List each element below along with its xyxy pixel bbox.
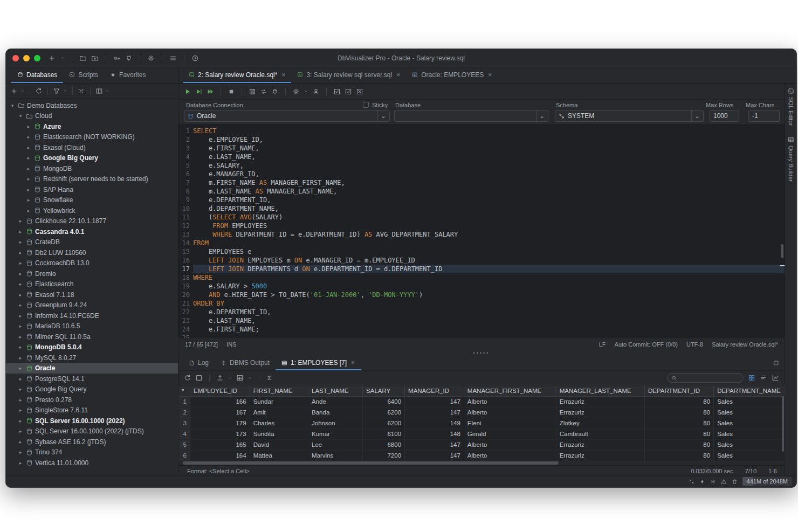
editor-tab-3-salary-review-sql-server-sql[interactable]: 3: Salary review sql server.sql×	[291, 67, 406, 83]
column-header-salary[interactable]: SALARY	[363, 385, 405, 396]
grid-cell[interactable]: Kumar	[308, 429, 363, 439]
minimize-window-button[interactable]	[23, 55, 30, 61]
gear-icon[interactable]	[147, 54, 155, 62]
column-header-department-id[interactable]: DEPARTMENT_ID	[644, 385, 713, 396]
export-icon[interactable]	[216, 374, 224, 382]
grid-cell[interactable]: 166	[190, 396, 250, 407]
grid-cell[interactable]: 147	[405, 450, 464, 461]
folder-new-icon[interactable]	[91, 54, 99, 62]
database-dropdown[interactable]: ⌄	[394, 110, 548, 122]
chevron-right-icon[interactable]: ▸	[17, 292, 24, 298]
key-icon[interactable]	[113, 54, 121, 62]
grid-cell[interactable]: 80	[644, 450, 713, 461]
caret-icon[interactable]	[105, 88, 110, 93]
tree-item-sap-hana[interactable]: ▸SAP Hana	[6, 184, 178, 195]
grid-cell[interactable]: Sales	[714, 418, 785, 429]
play-script-icon[interactable]	[207, 88, 214, 95]
chevron-right-icon[interactable]: ▸	[17, 460, 24, 466]
tree-item-clickhouse-22-10-1-1877[interactable]: ▸Clickhouse 22.10.1.1877	[6, 216, 178, 227]
tree-item-sybase-ase-16-2-jtds[interactable]: ▸Sybase ASE 16.2 (jTDS)	[6, 437, 178, 447]
tree-item-trino-374[interactable]: ▸Trino 374	[6, 447, 178, 458]
caret-icon[interactable]	[20, 88, 25, 93]
grid-cell[interactable]: Errazuriz	[556, 407, 644, 418]
column-header-first-name[interactable]: FIRST_NAME	[250, 385, 308, 396]
tree-item-informix-14-10-fc6de[interactable]: ▸Informix 14.10.FC6DE	[6, 310, 178, 321]
tree-item-snowflake[interactable]: ▸Snowflake	[6, 195, 178, 206]
chevron-right-icon[interactable]: ▸	[17, 439, 24, 445]
grid-cell[interactable]: Marvins	[308, 450, 363, 461]
grid-cell[interactable]: 6100	[363, 429, 405, 439]
refresh-icon[interactable]	[35, 87, 43, 95]
nav-tab-scripts[interactable]: Scripts	[63, 67, 104, 83]
stop-icon[interactable]	[228, 88, 235, 95]
close-tab-icon[interactable]: ×	[488, 71, 492, 79]
tree-item-sql-server-16-00-1000-2022-jtds[interactable]: ▸SQL Server 16.00.1000 (2022) (jTDS)	[6, 426, 178, 437]
tree-item-yellowbrick[interactable]: ▸Yellowbrick	[6, 205, 178, 216]
grid-row-5[interactable]: 5165DavidLee6800147AlbertoErrazuriz80Sal…	[178, 439, 785, 450]
grid-row-3[interactable]: 3179CharlesJohnson6200149EleniZlotkey80S…	[178, 418, 785, 429]
tree-item-vertica-11-01-0000[interactable]: ▸Vertica 11.01.0000	[6, 458, 178, 468]
grid-cell[interactable]: Ande	[308, 396, 363, 407]
box-check-icon[interactable]	[333, 88, 341, 95]
chevron-right-icon[interactable]: ▸	[17, 271, 24, 277]
text-view-icon[interactable]	[760, 374, 767, 382]
filter-icon[interactable]	[53, 87, 60, 95]
box-icon[interactable]	[773, 360, 779, 366]
editor-tab-2-salary-review-oracle-sql[interactable]: 2: Salary review Oracle.sql*×	[183, 67, 291, 83]
grid-cell[interactable]: 6200	[363, 407, 405, 418]
search-input[interactable]	[680, 375, 739, 381]
auto-commit-status[interactable]: Auto Commit: OFF (0/0)	[615, 341, 678, 348]
tree-item-redshift-server-needs-to-be-started[interactable]: ▸Redshift (server needs to be started)	[6, 174, 178, 185]
box-x-icon[interactable]	[356, 88, 363, 95]
tree-item-presto-0-278[interactable]: ▸Presto 0.278	[6, 395, 178, 405]
chevron-down-icon[interactable]: ▾	[17, 113, 24, 119]
chevron-right-icon[interactable]: ▸	[17, 376, 24, 382]
tree-item-demo-databases[interactable]: ▾Demo Databases	[6, 100, 178, 111]
sql-editor[interactable]: 1234567891011121314151617181920212223242…	[178, 125, 785, 338]
tree-item-google-big-query[interactable]: ▸Google Big Query	[6, 384, 178, 395]
close-window-button[interactable]	[12, 55, 19, 61]
chevron-right-icon[interactable]: ▸	[17, 334, 24, 340]
caret-icon[interactable]	[304, 89, 308, 94]
grid-cell[interactable]: 147	[405, 396, 464, 407]
list-icon[interactable]	[169, 54, 177, 62]
column-header-manager-last-name[interactable]: MANAGER_LAST_NAME	[556, 385, 644, 396]
grid-cell[interactable]: 148	[405, 429, 464, 439]
grid-cell[interactable]: 179	[190, 418, 250, 429]
grid-cell[interactable]: 80	[644, 418, 713, 429]
close-tab-icon[interactable]: ×	[351, 359, 355, 367]
grid-cell[interactable]: Mattea	[250, 450, 308, 461]
grid-cell[interactable]: 167	[190, 407, 250, 418]
grid-view-icon[interactable]	[748, 374, 755, 382]
chevron-right-icon[interactable]: ▸	[17, 313, 24, 319]
chevron-right-icon[interactable]: ▸	[17, 229, 24, 234]
chevron-right-icon[interactable]: ▸	[25, 155, 32, 161]
side-tab-sql-editor[interactable]: SQL Editor	[788, 88, 794, 126]
grid-cell[interactable]: 6200	[363, 418, 405, 429]
tree-item-exasol-cloud[interactable]: ▸Exasol (Cloud)	[6, 142, 178, 153]
chevron-right-icon[interactable]: ▸	[17, 260, 24, 266]
grid-cell[interactable]: 149	[405, 418, 464, 429]
results-search[interactable]	[667, 373, 744, 383]
tree-item-azure[interactable]: ▸Azure	[6, 121, 178, 132]
chevron-right-icon[interactable]: ▸	[25, 197, 32, 203]
grid-cell[interactable]: Sales	[714, 429, 785, 439]
chevron-right-icon[interactable]: ▸	[17, 386, 24, 392]
chevron-right-icon[interactable]: ▸	[17, 418, 24, 424]
column-header-employee-id[interactable]: EMPLOYEE_ID	[190, 385, 250, 396]
schema-dropdown[interactable]: SYSTEM ⌄	[555, 110, 704, 122]
grid-cell[interactable]: Errazuriz	[556, 450, 644, 461]
chevron-right-icon[interactable]: ▸	[17, 365, 24, 371]
grid-cell[interactable]: Alberto	[464, 407, 556, 418]
box-icon[interactable]	[195, 374, 203, 382]
tree-item-elasticsearch[interactable]: ▸Elasticsearch	[6, 279, 178, 290]
box-check-icon[interactable]	[345, 88, 352, 95]
grid-cell[interactable]: 164	[190, 450, 250, 461]
grid-cell[interactable]: 80	[644, 396, 713, 407]
columns-icon[interactable]	[95, 87, 103, 95]
grid-cell[interactable]: Johnson	[308, 418, 363, 429]
grid-cell[interactable]: Zlotkey	[556, 418, 644, 429]
grid-cell[interactable]: Banda	[308, 407, 363, 418]
gear-icon[interactable]	[292, 88, 300, 95]
column-header-last-name[interactable]: LAST_NAME	[308, 385, 363, 396]
